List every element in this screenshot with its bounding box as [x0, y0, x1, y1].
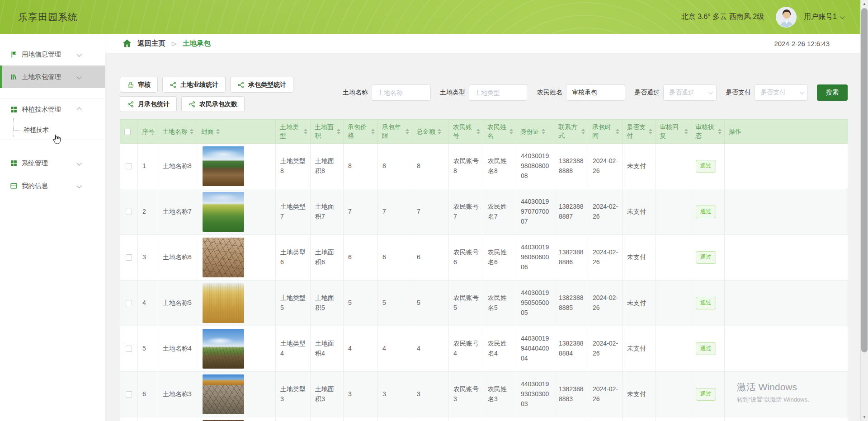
column-header-contract_date[interactable]: 承包时间 — [588, 120, 623, 144]
sort-carets-icon[interactable] — [438, 129, 441, 134]
column-header-years[interactable]: 承包年限 — [378, 120, 412, 144]
farmer-contract-count-button[interactable]: 农民承包次数 — [181, 96, 245, 112]
cell-farmer_name: 农民姓名4 — [483, 326, 516, 372]
cell-land_type: 土地类型3 — [276, 372, 311, 417]
sort-carets-icon[interactable] — [718, 129, 722, 134]
cell-land_name: 土地名称6 — [158, 235, 197, 281]
row-checkbox[interactable] — [126, 163, 132, 169]
table-header-row: 序号土地名称封面土地类型土地面积承包价格承包年限总金额农民账号农民姓名身份证联系… — [120, 120, 848, 144]
column-header-farmer_name[interactable]: 农民姓名 — [483, 120, 516, 144]
status-badge: 通过 — [696, 206, 716, 218]
cell-actions — [725, 372, 848, 417]
land-performance-stats-button[interactable]: 土地业绩统计 — [162, 77, 226, 93]
select-all-checkbox[interactable] — [124, 129, 131, 135]
sort-carets-icon[interactable] — [581, 129, 585, 134]
cell-paid: 未支付 — [623, 235, 656, 281]
scrollbar-thumb[interactable] — [861, 8, 868, 352]
cell-land_area: 土地面积7 — [311, 189, 344, 235]
cell-phone: 13823888888 — [554, 144, 588, 189]
sidebar-item-land-use-info[interactable]: 用地信息管理 — [0, 43, 105, 65]
column-header-phone[interactable]: 联系方式 — [554, 120, 588, 144]
avatar[interactable] — [776, 7, 797, 28]
cell-land_name: 土地名称8 — [158, 144, 197, 189]
column-label: 农民姓名 — [487, 123, 507, 140]
sidebar-item-land-contract[interactable]: 土地承包管理 — [0, 65, 105, 88]
cell-land_area: 土地面积4 — [311, 326, 344, 372]
sort-carets-icon[interactable] — [216, 129, 220, 134]
row-checkbox[interactable] — [126, 209, 132, 215]
home-icon[interactable] — [122, 38, 132, 48]
monthly-contract-stats-button[interactable]: 月承包统计 — [120, 96, 177, 112]
row-checkbox[interactable] — [126, 300, 132, 306]
scrollbar-up-button[interactable]: ▲ — [861, 0, 868, 8]
cell-index: 2 — [138, 189, 158, 235]
column-label: 土地面积 — [315, 123, 335, 140]
sort-carets-icon[interactable] — [371, 129, 375, 134]
column-header-land_name[interactable]: 土地名称 — [158, 120, 197, 144]
search-button[interactable]: 搜索 — [817, 84, 848, 101]
sidebar-item-label: 种植技术管理 — [22, 105, 81, 114]
scrollbar-down-button[interactable]: ▼ — [861, 413, 868, 421]
column-header-land_type[interactable]: 土地类型 — [276, 120, 311, 144]
column-label: 承包价格 — [348, 123, 369, 140]
sidebar-item-my-info[interactable]: 我的信息 — [0, 174, 105, 197]
vertical-scrollbar[interactable]: ▲ ▼ — [860, 0, 868, 421]
column-label: 审核回复 — [660, 123, 682, 140]
sort-carets-icon[interactable] — [616, 129, 619, 134]
column-header-review_reply[interactable]: 审核回复 — [656, 120, 691, 144]
farmer-name-label: 农民姓名 — [537, 89, 562, 97]
breadcrumb-current[interactable]: 土地承包 — [183, 39, 211, 48]
column-label: 操作 — [729, 127, 741, 136]
cell-review_status: 通过 — [691, 235, 725, 281]
sidebar-subitem-planting-tech-item[interactable]: 种植技术 — [0, 121, 105, 140]
cell-contract_date: 2024-02-26 — [588, 144, 623, 189]
sort-carets-icon[interactable] — [337, 129, 340, 134]
sort-carets-icon[interactable] — [476, 129, 480, 134]
cell-checkbox — [120, 235, 138, 281]
column-header-id_card[interactable]: 身份证 — [516, 120, 554, 144]
sort-carets-icon[interactable] — [649, 129, 652, 134]
breadcrumb-home-link[interactable]: 返回主页 — [137, 39, 165, 48]
sort-carets-icon[interactable] — [509, 129, 513, 134]
column-header-price[interactable]: 承包价格 — [344, 120, 378, 144]
user-menu[interactable]: 用户账号1 — [804, 12, 844, 22]
column-header-paid[interactable]: 是否支付 — [623, 120, 656, 144]
sort-carets-icon[interactable] — [304, 129, 307, 134]
contract-type-stats-button[interactable]: 承包类型统计 — [230, 77, 293, 93]
column-header-review_status[interactable]: 审核状态 — [691, 120, 725, 144]
pass-filter-select[interactable]: 是否通过 — [663, 84, 717, 101]
app-header: 乐享田园系统 北京 3.6° 多云 西南风 2级 用户账号1 — [0, 0, 860, 34]
sort-carets-icon[interactable] — [406, 129, 409, 134]
cell-land_type: 土地类型5 — [276, 281, 311, 326]
column-header-total[interactable]: 总金额 — [412, 120, 449, 144]
row-checkbox[interactable] — [126, 254, 132, 261]
grid-icon — [10, 159, 18, 167]
column-header-land_area[interactable]: 土地面积 — [311, 120, 344, 144]
sort-carets-icon[interactable] — [542, 129, 545, 134]
cell-land_name — [158, 417, 197, 421]
land-type-input[interactable] — [469, 84, 528, 101]
farmer-name-input[interactable] — [566, 84, 625, 101]
row-checkbox[interactable] — [126, 391, 132, 398]
sidebar-item-planting-tech[interactable]: 种植技术管理 — [0, 98, 105, 121]
cell-id_card — [516, 417, 554, 421]
column-header-cover[interactable]: 封面 — [197, 120, 276, 144]
status-badge: 通过 — [696, 297, 716, 309]
cell-actions — [725, 189, 848, 235]
cell-index: 5 — [138, 326, 158, 372]
column-header-farmer_account[interactable]: 农民账号 — [449, 120, 483, 144]
sidebar-item-system[interactable]: 系统管理 — [0, 152, 105, 174]
row-checkbox[interactable] — [126, 346, 132, 352]
pay-filter-select[interactable]: 是否支付 — [755, 84, 808, 101]
cell-total: 8 — [412, 144, 449, 189]
cell-review_reply — [656, 326, 691, 372]
table-row: 3土地名称6土地类型6土地面积6666农民账号6农民姓名644030019960… — [120, 235, 848, 281]
cell-checkbox — [120, 189, 138, 235]
sort-carets-icon[interactable] — [190, 129, 193, 134]
land-cover-image — [203, 283, 244, 323]
land-name-input[interactable] — [372, 84, 431, 101]
cell-years: 7 — [378, 189, 412, 235]
sort-carets-icon[interactable] — [684, 129, 688, 134]
audit-button[interactable]: 审核 — [120, 77, 158, 93]
cell-checkbox — [120, 417, 138, 421]
